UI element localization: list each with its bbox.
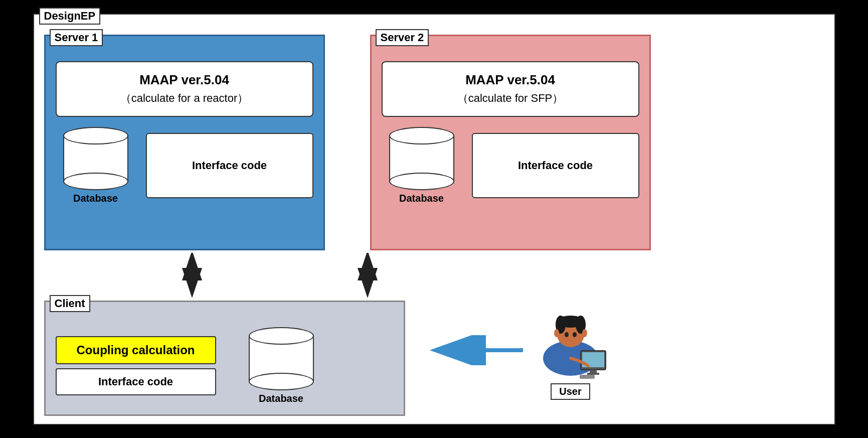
svg-point-14	[573, 332, 577, 337]
client-database: Database	[241, 327, 321, 404]
server1-label: Server 1	[50, 29, 103, 46]
main-container: DesignEP Server 1 MAAP ver.5.04 （calcula…	[33, 14, 835, 425]
client-left: Coupling calculation Interface code	[56, 336, 216, 395]
blue-arrow-svg	[430, 335, 531, 365]
server1-interface-box: Interface code	[146, 133, 313, 198]
svg-rect-21	[580, 375, 595, 379]
server2-maap-title: MAAP ver.5.04	[388, 72, 633, 88]
server1-maap-subtitle: （calculate for a reactor）	[62, 91, 307, 106]
client-label: Client	[50, 295, 90, 312]
svg-point-13	[565, 332, 569, 337]
server1-db-label: Database	[73, 193, 118, 204]
server2-interface-box: Interface code	[472, 133, 639, 198]
server1-maap-title: MAAP ver.5.04	[62, 72, 307, 88]
user-icon	[531, 301, 611, 381]
client-inner: Coupling calculation Interface code Data…	[56, 327, 394, 404]
server2-maap-subtitle: （calculate for SFP）	[388, 91, 633, 106]
coupling-calculation-box: Coupling calculation	[56, 336, 216, 364]
server1-maap-box: MAAP ver.5.04 （calculate for a reactor）	[56, 61, 313, 117]
server1-db-ellipse-top	[63, 127, 128, 144]
svg-point-16	[582, 329, 587, 337]
server2-maap-box: MAAP ver.5.04 （calculate for SFP）	[382, 61, 639, 117]
client-box: Client Coupling calculation Interface co…	[44, 301, 405, 416]
server2-box: Server 2 MAAP ver.5.04 （calculate for SF…	[370, 35, 651, 250]
server2-database: Database	[382, 127, 462, 204]
server2-label: Server 2	[376, 29, 429, 46]
user-label: User	[551, 383, 590, 400]
server2-db-ellipse-top	[389, 127, 454, 144]
client-section-wrapper: Client Coupling calculation Interface co…	[44, 301, 829, 416]
svg-point-15	[554, 329, 559, 337]
svg-rect-19	[590, 370, 597, 373]
server2-db-ellipse-bottom	[389, 173, 454, 190]
user-container: User	[531, 301, 611, 400]
server2-bottom-items: Database Interface code	[382, 127, 639, 204]
client-db-label: Database	[259, 393, 303, 404]
arrows-svg	[44, 253, 646, 298]
client-db-ellipse-bottom	[249, 373, 314, 390]
server1-box: Server 1 MAAP ver.5.04 （calculate for a …	[44, 35, 325, 250]
server1-db-ellipse-bottom	[63, 173, 128, 190]
server2-db-label: Database	[399, 193, 444, 204]
server1-database: Database	[56, 127, 136, 204]
client-interface-box: Interface code	[56, 368, 216, 395]
server1-bottom-items: Database Interface code	[56, 127, 313, 204]
designep-label: DesignEP	[39, 8, 101, 25]
svg-rect-20	[587, 373, 599, 375]
servers-section: Server 1 MAAP ver.5.04 （calculate for a …	[44, 35, 829, 250]
client-db-ellipse-top	[249, 327, 314, 345]
right-section: User	[430, 301, 611, 400]
